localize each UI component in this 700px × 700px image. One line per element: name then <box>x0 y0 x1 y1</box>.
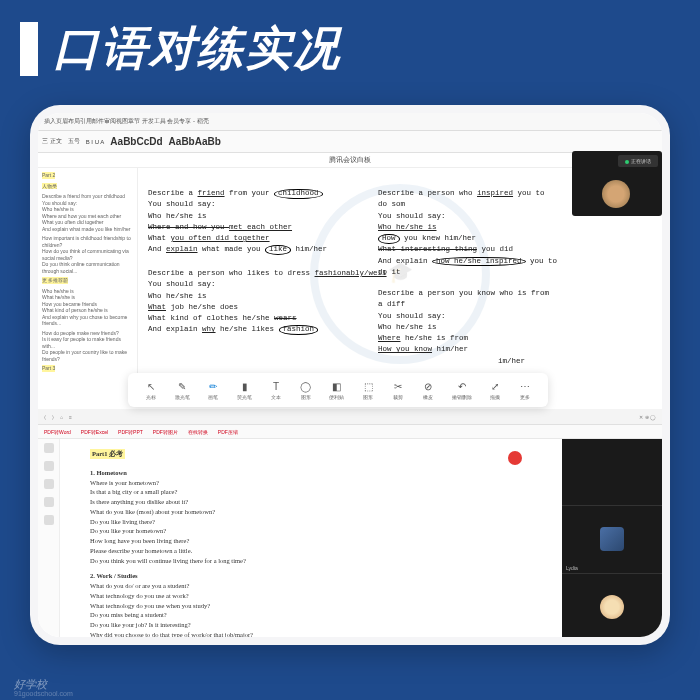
tab-compress[interactable]: PDF压缩 <box>218 429 238 435</box>
outline-part: Part 2 <box>42 172 55 179</box>
pdf-header: ⟨ ⟩ ⌂ ≡ ✕ ⊕ ◯ <box>38 409 662 425</box>
tab-pdf-word[interactable]: PDF转Word <box>44 429 71 435</box>
tool-figure[interactable]: ⬚图形 <box>362 381 374 400</box>
word-ribbon[interactable]: 三 正文 五号 B I U A AaBbCcDd AaBbAaBb <box>38 131 662 153</box>
outline-part3: Part 3 <box>42 365 55 372</box>
q-line: Please describe your hometown a little. <box>90 546 522 556</box>
speaking-indicator: 正在讲话 <box>618 155 658 167</box>
q-line: What do you do/ or are you a student? <box>90 581 522 591</box>
tool-shape[interactable]: ◯图形 <box>300 381 312 400</box>
prompt-childhood-friend: Describe a friend from your childhood Yo… <box>148 188 358 256</box>
pdf-app: ⟨ ⟩ ⌂ ≡ ✕ ⊕ ◯ PDF转Word PDF转Excel PDF转PPT… <box>38 409 662 637</box>
sidebar-icon[interactable] <box>44 479 54 489</box>
record-indicator <box>508 451 522 465</box>
q-line: What do you like (most) about your homet… <box>90 507 522 517</box>
tool-cursor[interactable]: ↖光标 <box>145 381 157 400</box>
pdf-content[interactable]: Part1 必考 1. Hometown Where is your homet… <box>60 439 552 637</box>
video-participants: Lydia <box>562 439 662 637</box>
tab-online[interactable]: 在线转换 <box>188 429 208 435</box>
outline-item: Do people in your country like to make f… <box>42 349 133 362</box>
outline-item: And explain what made you like him/her <box>42 226 133 233</box>
nav-back-icon[interactable]: ⟨ <box>44 414 46 420</box>
menu-icon[interactable]: ≡ <box>69 414 72 420</box>
sidebar-icon[interactable] <box>44 443 54 453</box>
nav-forward-icon[interactable]: ⟩ <box>52 414 54 420</box>
tool-undo[interactable]: ↶撤销删除 <box>452 381 472 400</box>
page-title: 口语对练实况 <box>20 18 341 80</box>
participant-cell[interactable] <box>562 439 662 506</box>
tool-text[interactable]: T文本 <box>270 381 282 400</box>
q-line: Do you like living there? <box>90 517 522 527</box>
q-line: Why did you choose to do that type of wo… <box>90 630 522 637</box>
home-icon[interactable]: ⌂ <box>60 414 63 420</box>
title-accent-bar <box>20 22 38 76</box>
tool-pen[interactable]: ✏画笔 <box>207 381 219 400</box>
style-heading[interactable]: AaBbAaBb <box>169 136 221 147</box>
ribbon-font[interactable]: 三 正文 <box>42 137 62 146</box>
q-line: Where is your hometown? <box>90 478 522 488</box>
pen-icon: ✏ <box>207 381 219 393</box>
tab-pdf-excel[interactable]: PDF转Excel <box>81 429 108 435</box>
participant-cell[interactable]: Lydia <box>562 506 662 573</box>
outline-item: And explain why you chose to become frie… <box>42 314 133 327</box>
outline-panel[interactable]: Part 2 人物类 Describe a friend from your c… <box>38 168 138 398</box>
tool-sticky[interactable]: ◧便利贴 <box>329 381 344 400</box>
ribbon-size[interactable]: 五号 <box>68 137 80 146</box>
outline-more: 更 多推荐题 <box>42 277 68 284</box>
q-line: What technology do you use when you stud… <box>90 601 522 611</box>
crop-icon: ✂ <box>392 381 404 393</box>
undo-icon: ↶ <box>456 381 468 393</box>
text-icon: T <box>270 381 282 393</box>
word-titlebar-text: 插入页眉布局引用邮件审阅视图章节 开发工具 会员专享 - 稻壳 <box>44 117 209 126</box>
sidebar-icon[interactable] <box>44 515 54 525</box>
prompt-different: Describe a person you know who is from a… <box>378 288 558 367</box>
tool-laser[interactable]: ✎激光笔 <box>175 381 190 400</box>
q-line: How long have you been living there? <box>90 536 522 546</box>
sidebar-icon[interactable] <box>44 461 54 471</box>
sidebar-icon[interactable] <box>44 497 54 507</box>
ribbon-format[interactable]: B I U A <box>86 139 105 145</box>
pdf-tabs: PDF转Word PDF转Excel PDF转PPT PDF转图片 在线转换 P… <box>38 425 662 439</box>
tool-more[interactable]: ⋯更多 <box>519 381 531 400</box>
screen: 插入页眉布局引用邮件审阅视图章节 开发工具 会员专享 - 稻壳 三 正文 五号 … <box>38 113 662 637</box>
section-header: Part1 必考 <box>90 449 125 459</box>
laser-icon: ✎ <box>176 381 188 393</box>
q2-title: 2. Work / Studies <box>90 571 522 581</box>
more-icon: ⋯ <box>519 381 531 393</box>
header-right[interactable]: ✕ ⊕ ◯ <box>639 414 656 420</box>
outline-item: Is it easy for people to make friends wi… <box>42 336 133 349</box>
site-url-watermark: 91goodschool.com <box>14 690 73 697</box>
drag-icon: ⤢ <box>489 381 501 393</box>
sticky-icon: ◧ <box>331 381 343 393</box>
tool-eraser[interactable]: ⊘橡皮 <box>422 381 434 400</box>
tablet-frame: 插入页眉布局引用邮件审阅视图章节 开发工具 会员专享 - 稻壳 三 正文 五号 … <box>30 105 670 645</box>
q-line: Do you like your hometown? <box>90 526 522 536</box>
outline-item: Describe a friend from your childhood <box>42 193 133 200</box>
speaker-avatar[interactable] <box>602 180 630 208</box>
style-normal[interactable]: AaBbCcDd <box>110 136 162 147</box>
video-call-panel[interactable]: 正在讲话 <box>572 151 662 216</box>
title-text: 口语对练实况 <box>53 18 341 80</box>
outline-item: How important is childhood friendship to… <box>42 235 133 248</box>
outline-item: How do you think of communicating via so… <box>42 248 133 261</box>
q-line: Is there anything you dislike about it? <box>90 497 522 507</box>
q-line: Is that a big city or a small place? <box>90 487 522 497</box>
participant-cell[interactable] <box>562 574 662 637</box>
annotation-toolbar: ↖光标 ✎激光笔 ✏画笔 ▮荧光笔 T文本 ◯图形 ◧便利贴 ⬚图形 ✂裁剪 ⊘… <box>128 373 548 407</box>
prompt-fashionable: Describe a person who likes to dress fas… <box>148 268 398 336</box>
cursor-icon: ↖ <box>145 381 157 393</box>
prompt-inspired: Describe a person who inspired you to do… <box>378 188 558 278</box>
tab-pdf-ppt[interactable]: PDF转PPT <box>118 429 143 435</box>
tool-drag[interactable]: ⤢拖拽 <box>489 381 501 400</box>
tool-highlighter[interactable]: ▮荧光笔 <box>237 381 252 400</box>
tab-pdf-image[interactable]: PDF转图片 <box>153 429 178 435</box>
q-line: Do you miss being a student? <box>90 610 522 620</box>
outline-topic: 人物类 <box>42 183 57 190</box>
figure-icon: ⬚ <box>362 381 374 393</box>
q-line: Do you think you will continue living th… <box>90 556 522 566</box>
shape-icon: ◯ <box>300 381 312 393</box>
whiteboard-label: 腾讯会议白板 <box>38 153 662 168</box>
tool-crop[interactable]: ✂裁剪 <box>392 381 404 400</box>
participant-avatar <box>600 595 624 619</box>
word-titlebar: 插入页眉布局引用邮件审阅视图章节 开发工具 会员专享 - 稻壳 <box>38 113 662 131</box>
